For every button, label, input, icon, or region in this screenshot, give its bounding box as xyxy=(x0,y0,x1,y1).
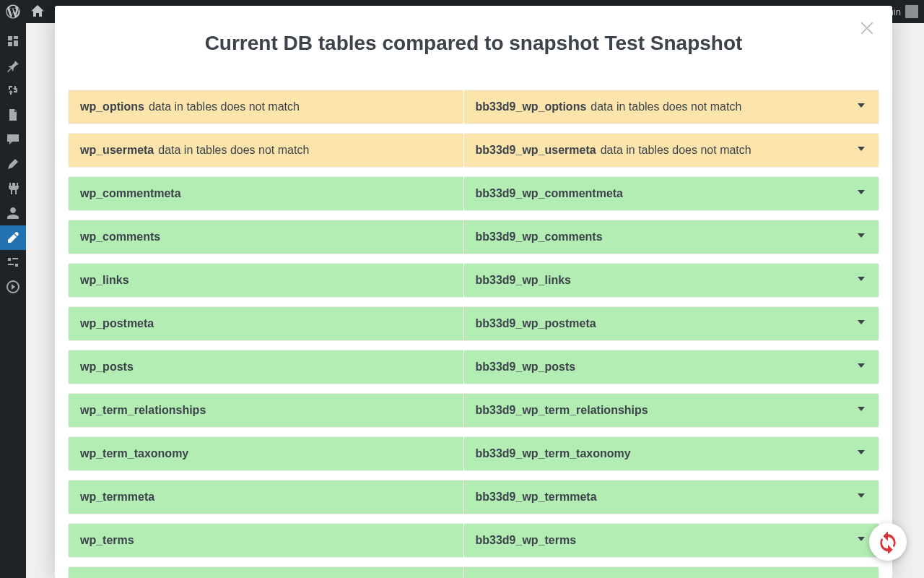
table-status: data in tables does not match xyxy=(601,144,751,157)
compare-cell-right: bb33d9_wp_term_relationships xyxy=(464,394,879,427)
chevron-down-icon[interactable] xyxy=(854,402,868,419)
table-name: bb33d9_wp_usermeta xyxy=(476,144,596,157)
chevron-down-icon[interactable] xyxy=(854,185,868,202)
avatar[interactable] xyxy=(905,5,918,18)
close-icon[interactable] xyxy=(859,20,875,39)
compare-row[interactable]: wp_usersbb33d9_wp_users xyxy=(68,566,879,578)
sidebar-item-dashboard[interactable] xyxy=(0,29,26,53)
compare-cell-left: wp_comments xyxy=(69,220,464,254)
compare-cell-right: bb33d9_wp_term_taxonomy xyxy=(464,437,879,470)
compare-row[interactable]: wp_linksbb33d9_wp_links xyxy=(68,263,879,298)
sidebar-item-migrate[interactable] xyxy=(0,78,26,103)
compare-cell-left: wp_links xyxy=(69,264,464,297)
table-name: bb33d9_wp_posts xyxy=(476,361,576,374)
compare-cell-right: bb33d9_wp_comments xyxy=(464,220,879,254)
sidebar-item-appearance[interactable] xyxy=(0,152,26,176)
table-name: bb33d9_wp_options xyxy=(476,100,587,113)
compare-cell-right: bb33d9_wp_termmeta xyxy=(464,480,879,514)
refresh-fab[interactable] xyxy=(869,523,907,561)
table-name: bb33d9_wp_comments xyxy=(476,230,603,243)
table-name: bb33d9_wp_links xyxy=(476,274,572,287)
compare-cell-left: wp_usermeta data in tables does not matc… xyxy=(69,134,464,167)
compare-row[interactable]: wp_postmetabb33d9_wp_postmeta xyxy=(68,306,879,341)
compare-cell-left: wp_posts xyxy=(69,350,464,384)
chevron-down-icon[interactable] xyxy=(854,98,868,116)
sidebar-item-settings[interactable] xyxy=(0,250,26,275)
compare-cell-left: wp_term_taxonomy xyxy=(69,437,464,470)
sidebar-item-users[interactable] xyxy=(0,201,26,225)
compare-cell-right: bb33d9_wp_postmeta xyxy=(464,307,879,340)
compare-cell-right: bb33d9_wp_commentmeta xyxy=(464,177,879,210)
sidebar-item-tools[interactable] xyxy=(0,225,26,250)
compare-cell-right: bb33d9_wp_users xyxy=(464,567,879,578)
compare-row[interactable]: wp_postsbb33d9_wp_posts xyxy=(68,350,879,384)
compare-cell-left: wp_terms xyxy=(69,524,464,557)
sidebar-item-plugins[interactable] xyxy=(0,176,26,201)
compare-cell-right: bb33d9_wp_posts xyxy=(464,350,879,384)
home-icon[interactable] xyxy=(30,4,45,19)
compare-cell-left: wp_postmeta xyxy=(69,307,464,340)
table-name: bb33d9_wp_termmeta xyxy=(476,491,597,504)
compare-row[interactable]: wp_term_taxonomybb33d9_wp_term_taxonomy xyxy=(68,436,879,471)
compare-row[interactable]: wp_usermeta data in tables does not matc… xyxy=(68,133,879,168)
compare-cell-left: wp_term_relationships xyxy=(69,394,464,427)
chevron-down-icon[interactable] xyxy=(854,272,868,289)
compare-row[interactable]: wp_term_relationshipsbb33d9_wp_term_rela… xyxy=(68,393,879,428)
chevron-down-icon[interactable] xyxy=(854,228,868,246)
table-name: bb33d9_wp_commentmeta xyxy=(476,187,624,200)
chevron-down-icon[interactable] xyxy=(854,488,868,506)
compare-cell-left: wp_options data in tables does not match xyxy=(69,90,464,124)
chevron-down-icon[interactable] xyxy=(854,445,868,462)
table-name: wp_terms xyxy=(80,534,134,547)
compare-row[interactable]: wp_termmetabb33d9_wp_termmeta xyxy=(68,480,879,514)
table-name: wp_options xyxy=(80,100,144,113)
table-name: wp_usermeta xyxy=(80,144,154,157)
table-status: data in tables does not match xyxy=(149,100,300,113)
table-name: wp_comments xyxy=(80,230,160,243)
compare-cell-right: bb33d9_wp_terms xyxy=(464,524,879,557)
compare-rows: wp_options data in tables does not match… xyxy=(55,90,892,578)
wordpress-logo-icon[interactable] xyxy=(6,4,20,19)
table-status: data in tables does not match xyxy=(590,100,741,113)
compare-cell-left: wp_commentmeta xyxy=(69,177,464,210)
table-name: wp_term_relationships xyxy=(80,404,206,417)
compare-cell-right: bb33d9_wp_options data in tables does no… xyxy=(464,90,879,124)
chevron-down-icon[interactable] xyxy=(854,358,868,376)
modal-title: Current DB tables compared to snapshot T… xyxy=(55,32,892,55)
compare-cell-left: wp_termmeta xyxy=(69,480,464,514)
compare-modal: Current DB tables compared to snapshot T… xyxy=(55,6,892,578)
table-name: wp_links xyxy=(80,274,129,287)
table-name: wp_commentmeta xyxy=(80,187,181,200)
table-name: wp_termmeta xyxy=(80,491,154,504)
table-name: wp_posts xyxy=(80,361,134,374)
admin-sidebar xyxy=(0,23,26,578)
sidebar-item-collapse[interactable] xyxy=(0,275,26,299)
compare-cell-left: wp_users xyxy=(69,567,464,578)
table-name: bb33d9_wp_terms xyxy=(476,534,577,547)
compare-cell-right: bb33d9_wp_links xyxy=(464,264,879,297)
table-status: data in tables does not match xyxy=(158,144,309,157)
sidebar-item-comments[interactable] xyxy=(0,127,26,152)
table-name: wp_postmeta xyxy=(80,317,154,330)
table-name: bb33d9_wp_term_taxonomy xyxy=(476,447,631,460)
compare-row[interactable]: wp_commentsbb33d9_wp_comments xyxy=(68,220,879,254)
chevron-down-icon[interactable] xyxy=(854,315,868,332)
compare-row[interactable]: wp_termsbb33d9_wp_terms xyxy=(68,523,879,558)
chevron-down-icon[interactable] xyxy=(854,532,868,549)
table-name: bb33d9_wp_term_relationships xyxy=(476,404,648,417)
compare-row[interactable]: wp_commentmetabb33d9_wp_commentmeta xyxy=(68,176,879,211)
chevron-down-icon[interactable] xyxy=(854,142,868,159)
chevron-down-icon[interactable] xyxy=(854,575,868,578)
table-name: bb33d9_wp_postmeta xyxy=(476,317,596,330)
table-name: wp_term_taxonomy xyxy=(80,447,188,460)
sidebar-item-pages[interactable] xyxy=(0,103,26,127)
compare-row[interactable]: wp_options data in tables does not match… xyxy=(68,90,879,124)
compare-cell-right: bb33d9_wp_usermeta data in tables does n… xyxy=(464,134,879,167)
sidebar-item-pin[interactable] xyxy=(0,53,26,78)
